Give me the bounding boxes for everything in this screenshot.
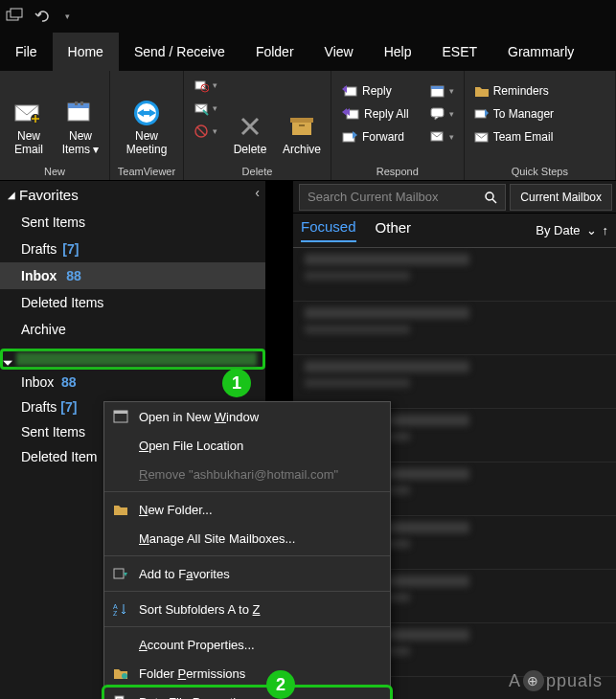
junk-button[interactable]: ▾	[190, 121, 221, 142]
permissions-icon	[112, 665, 129, 682]
tab-help[interactable]: Help	[369, 33, 427, 71]
undo-button[interactable]	[31, 5, 54, 28]
callout-2: 2	[266, 670, 295, 699]
new-meeting-button[interactable]: New Meeting	[116, 75, 177, 157]
account-node[interactable]	[0, 349, 265, 370]
folder-deleted-items[interactable]: Deleted Items	[0, 289, 265, 316]
reply-all-button[interactable]: Reply All	[337, 103, 413, 124]
ribbon-group-new: New Email New Items ▾ New	[0, 71, 110, 180]
folder-sent-items[interactable]: Sent Items	[0, 209, 265, 236]
svg-text:Z: Z	[113, 610, 118, 616]
search-icon[interactable]	[484, 191, 497, 204]
quickstep-team-email[interactable]: Team Email	[470, 126, 558, 147]
folder-inbox[interactable]: Inbox 88	[0, 262, 265, 289]
tab-home[interactable]: Home	[53, 33, 119, 71]
mail-tab-other[interactable]: Other	[376, 219, 412, 241]
svg-rect-34	[114, 411, 127, 414]
sort-button[interactable]: By Date ⌄ ↑	[536, 223, 608, 237]
tab-file[interactable]: File	[0, 33, 53, 71]
search-input[interactable]: Search Current Mailbox	[299, 184, 506, 211]
search-scope-dropdown[interactable]: Current Mailbox	[510, 184, 612, 211]
message-item[interactable]	[293, 248, 616, 302]
mail-tab-focused[interactable]: Focused	[301, 218, 356, 242]
tab-eset[interactable]: ESET	[426, 33, 492, 71]
label: Manage All Site Mailboxes...	[139, 531, 295, 546]
label: New	[69, 130, 92, 144]
account-label-redacted	[16, 352, 257, 366]
ctx-folder-permissions[interactable]: Folder Permissions	[104, 659, 390, 688]
svg-rect-27	[431, 108, 444, 117]
delete-button[interactable]: Delete	[227, 75, 273, 157]
delete-icon	[235, 111, 265, 142]
ribbon: New Email New Items ▾ New New Meeting	[0, 71, 616, 181]
label: Sort Subfolders A to Z	[139, 602, 260, 617]
favorite-icon	[112, 565, 129, 582]
reply-all-icon	[341, 107, 360, 121]
search-placeholder: Search Current Mailbox	[308, 190, 439, 204]
group-label: TeamViewer	[110, 164, 183, 180]
ctx-add-to-favorites[interactable]: Add to Favorites	[104, 559, 390, 588]
tab-grammarly[interactable]: Grammarly	[492, 33, 589, 71]
ctx-open-new-window[interactable]: Open in New Window	[104, 402, 390, 431]
label: Reply	[362, 84, 392, 98]
separator	[104, 626, 390, 627]
ctx-open-file-location[interactable]: Open File Location	[104, 431, 390, 460]
svg-point-31	[486, 192, 493, 200]
quickstep-to-manager[interactable]: To Manager	[470, 103, 558, 124]
new-items-button[interactable]: New Items ▾	[57, 75, 103, 157]
label: Team Email	[493, 130, 554, 144]
meeting-button[interactable]: ▾	[426, 80, 458, 101]
tab-send-receive[interactable]: Send / Receive	[119, 33, 240, 71]
svg-line-32	[492, 199, 496, 203]
archive-button[interactable]: Archive	[279, 75, 325, 157]
tab-view[interactable]: View	[309, 33, 369, 71]
ctx-new-folder[interactable]: New Folder...	[104, 495, 390, 524]
svg-rect-10	[143, 111, 150, 115]
svg-line-16	[197, 127, 205, 135]
group-label: Respond	[331, 164, 464, 180]
callout-1: 1	[222, 369, 251, 397]
message-item[interactable]	[293, 302, 616, 355]
ignore-button[interactable]: ▾	[190, 75, 221, 96]
svg-rect-20	[292, 123, 311, 135]
folder-drafts[interactable]: Drafts [7]	[0, 236, 265, 262]
svg-rect-7	[80, 101, 83, 105]
app-icon	[6, 8, 23, 25]
blank-icon	[112, 636, 129, 653]
ribbon-tabs: File Home Send / Receive Folder View Hel…	[0, 33, 616, 71]
label: Reminders	[493, 84, 549, 98]
sort-icon: AZ	[112, 600, 129, 618]
label: Remove "ashbukhari@hotmail.com"	[139, 467, 338, 482]
svg-rect-21	[299, 124, 305, 126]
im-button[interactable]: ▾	[426, 103, 458, 124]
more-respond-button[interactable]: ▾	[426, 126, 458, 147]
expand-icon: ◢	[8, 190, 15, 200]
favorites-header[interactable]: ◢ Favorites	[0, 181, 265, 209]
blank-icon	[112, 530, 129, 547]
ctx-data-file-properties[interactable]: Data File Properties...	[104, 688, 390, 699]
qat-customize-dropdown[interactable]: ▾	[61, 11, 74, 21]
reply-icon	[341, 84, 358, 98]
svg-text:A: A	[113, 603, 118, 610]
quickstep-reminders[interactable]: Reminders	[470, 80, 558, 101]
tab-folder[interactable]: Folder	[240, 33, 309, 71]
folder-archive[interactable]: Archive	[0, 316, 265, 343]
ctx-sort-az[interactable]: AZ Sort Subfolders A to Z	[104, 595, 390, 623]
label: Meeting	[126, 144, 168, 157]
new-email-button[interactable]: New Email	[6, 75, 52, 157]
window-icon	[112, 408, 129, 425]
forward-button[interactable]: Forward	[337, 126, 413, 147]
cleanup-button[interactable]: ▾	[190, 98, 221, 119]
ribbon-group-quicksteps: Reminders To Manager Team Email Quick St…	[465, 71, 616, 180]
svg-rect-11	[195, 81, 205, 89]
blank-icon	[112, 437, 129, 454]
collapse-pane-button[interactable]: ‹	[255, 185, 260, 200]
ctx-account-properties[interactable]: Account Properties...	[104, 630, 390, 659]
svg-rect-29	[475, 110, 486, 118]
new-email-icon	[13, 98, 44, 128]
ctx-manage-mailboxes[interactable]: Manage All Site Mailboxes...	[104, 524, 390, 552]
new-items-icon	[65, 98, 96, 128]
teamviewer-icon	[131, 98, 162, 128]
reply-button[interactable]: Reply	[337, 80, 413, 101]
label: New	[135, 130, 158, 144]
